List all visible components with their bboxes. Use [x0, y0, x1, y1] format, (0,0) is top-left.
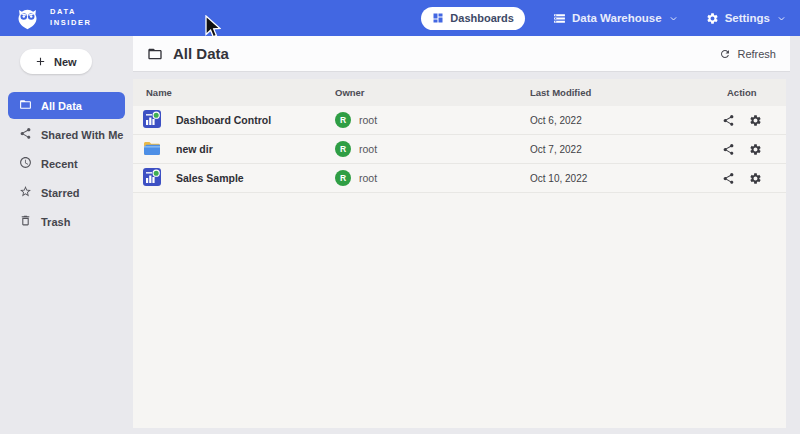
page-header: All Data Refresh [133, 36, 790, 72]
owner-cell: R root [335, 112, 530, 128]
refresh-icon [719, 48, 731, 60]
sidebar-item-label: Trash [41, 216, 70, 228]
dashboards-label: Dashboards [450, 12, 514, 24]
share-button[interactable] [722, 172, 735, 185]
file-name: Dashboard Control [176, 114, 271, 126]
row-settings-button[interactable] [749, 143, 762, 156]
owner-avatar: R [335, 141, 351, 157]
owner-avatar: R [335, 112, 351, 128]
dashboards-icon [432, 12, 444, 24]
owner-cell: R root [335, 141, 530, 157]
app-title: DATA INSIDER [50, 7, 92, 29]
topbar-nav: Dashboards Data Warehouse Settings [421, 7, 786, 30]
settings-menu[interactable]: Settings [706, 12, 786, 25]
file-name-cell: Sales Sample [133, 167, 335, 189]
page-title-group: All Data [147, 45, 229, 62]
row-settings-button[interactable] [749, 172, 762, 185]
gear-icon [749, 114, 762, 127]
sidebar-item-shared-with-me[interactable]: Shared With Me [8, 121, 125, 148]
new-button[interactable]: New [20, 49, 92, 74]
last-modified-cell: Oct 7, 2022 [530, 144, 712, 155]
sidebar-item-label: Shared With Me [41, 129, 123, 141]
sidebar-item-label: Starred [41, 187, 80, 199]
trash-icon [19, 214, 32, 227]
column-header-action: Action [712, 87, 786, 98]
refresh-label: Refresh [737, 48, 776, 60]
last-modified-cell: Oct 10, 2022 [530, 173, 712, 184]
topbar: DATA INSIDER Dashboards Data Warehouse S… [0, 0, 800, 36]
folder-file-icon [142, 138, 162, 158]
dashboard-file-icon [142, 109, 162, 129]
sidebar: New All Data Shared With Me Recent Starr… [0, 36, 133, 434]
data-warehouse-menu[interactable]: Data Warehouse [553, 12, 678, 25]
sidebar-item-trash[interactable]: Trash [8, 208, 125, 235]
row-settings-button[interactable] [749, 114, 762, 127]
table-row[interactable]: Dashboard Control R root Oct 6, 2022 [133, 106, 786, 135]
share-icon [722, 143, 735, 156]
sidebar-nav: All Data Shared With Me Recent Starred T… [0, 92, 133, 235]
new-button-label: New [54, 56, 77, 68]
owner-name: root [359, 114, 377, 126]
folder-icon [147, 46, 163, 62]
sidebar-item-label: Recent [41, 158, 78, 170]
folder-icon [19, 98, 32, 111]
gear-icon [706, 12, 719, 25]
data-warehouse-label: Data Warehouse [572, 12, 662, 24]
clock-icon [19, 156, 32, 169]
column-header-owner: Owner [335, 87, 530, 98]
file-name: new dir [176, 143, 213, 155]
file-name-cell: Dashboard Control [133, 109, 335, 131]
table-body: Dashboard Control R root Oct 6, 2022 new… [133, 106, 786, 193]
share-icon [722, 172, 735, 185]
chevron-down-icon [777, 14, 786, 23]
last-modified-cell: Oct 6, 2022 [530, 115, 712, 126]
owner-avatar: R [335, 170, 351, 186]
star-icon [19, 185, 32, 198]
action-cell [712, 114, 786, 127]
chevron-down-icon [669, 14, 678, 23]
gear-icon [749, 143, 762, 156]
action-cell [712, 143, 786, 156]
action-cell [712, 172, 786, 185]
plus-icon [35, 56, 46, 67]
page-title: All Data [173, 45, 229, 62]
table-row[interactable]: new dir R root Oct 7, 2022 [133, 135, 786, 164]
owner-name: root [359, 143, 377, 155]
sidebar-item-label: All Data [41, 100, 82, 112]
share-with-me-icon [19, 127, 32, 140]
app-logo[interactable]: DATA INSIDER [14, 5, 92, 32]
share-button[interactable] [722, 114, 735, 127]
refresh-button[interactable]: Refresh [719, 48, 776, 60]
dashboards-button[interactable]: Dashboards [421, 7, 525, 30]
main-content: All Data Refresh Name Owner Last Modifie… [133, 36, 800, 434]
sidebar-item-all-data[interactable]: All Data [8, 92, 125, 119]
owner-name: root [359, 172, 377, 184]
file-name: Sales Sample [176, 172, 244, 184]
sidebar-item-starred[interactable]: Starred [8, 179, 125, 206]
dashboard-file-icon [142, 167, 162, 187]
table-header: Name Owner Last Modified Action [133, 79, 786, 106]
gear-icon [749, 172, 762, 185]
settings-label: Settings [725, 12, 770, 24]
share-icon [722, 114, 735, 127]
table-row[interactable]: Sales Sample R root Oct 10, 2022 [133, 164, 786, 193]
share-button[interactable] [722, 143, 735, 156]
owl-logo-icon [14, 5, 41, 32]
sidebar-item-recent[interactable]: Recent [8, 150, 125, 177]
owner-cell: R root [335, 170, 530, 186]
column-header-name: Name [133, 87, 335, 98]
column-header-last-modified: Last Modified [530, 87, 712, 98]
file-name-cell: new dir [133, 138, 335, 160]
file-table: Name Owner Last Modified Action Dashboar… [133, 79, 786, 428]
database-icon [553, 12, 566, 25]
